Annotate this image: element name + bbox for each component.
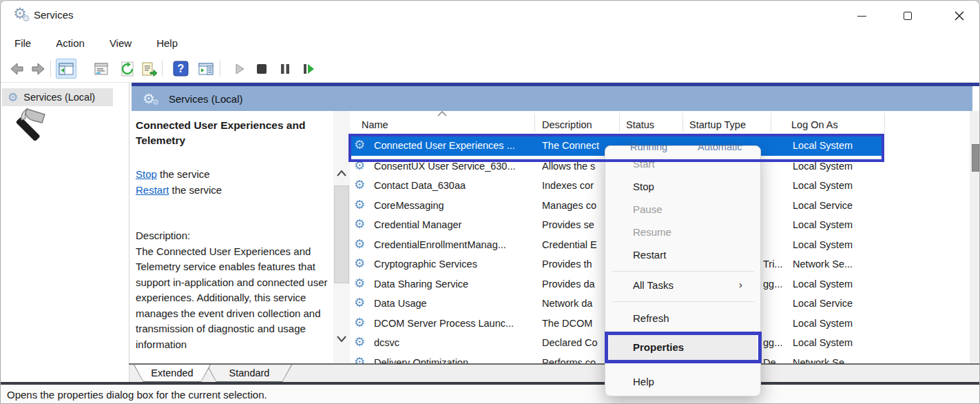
context-menu-item-resume[interactable]: Resume [633,223,671,241]
show-action-pane-button[interactable] [196,59,216,79]
maximize-button[interactable] [892,1,924,31]
service-log-on-as: Local System [793,279,853,290]
description-text: The Connected User Experiences and Telem… [136,244,337,353]
column-divider [771,113,771,132]
maximize-icon [904,12,912,20]
restart-service-button[interactable] [298,59,319,79]
service-log-on-as: Local System [793,337,853,348]
column-divider [534,113,535,132]
column-header-description[interactable]: Description [542,119,592,130]
service-gear-icon: ⚙ [354,296,365,309]
service-name: dcsvc [374,337,399,348]
export-list-button[interactable] [139,59,160,79]
start-service-button[interactable] [229,59,250,79]
context-menu-separator [612,271,754,272]
forward-icon [30,61,47,77]
services-app-icon: ⚙⚙ [13,6,27,21]
service-description: Provides da [542,279,595,290]
show-console-tree-button[interactable] [56,59,76,79]
column-header-log-on-as[interactable]: Log On As [791,119,838,130]
service-gear-icon: ⚙ [354,277,365,290]
pause-service-button[interactable] [275,59,295,79]
tab-extended-label: Extended [134,365,210,381]
properties-icon [94,62,109,76]
service-list-header: Name Description Status Startup Type Log… [351,111,970,134]
column-divider [682,113,683,132]
toolbar-separator [50,61,51,77]
properties-button[interactable] [91,59,112,79]
context-menu-item-all-tasks[interactable]: All Tasks [633,276,674,294]
service-action-links: Stop the service Restart the service [136,166,337,198]
column-header-name[interactable]: Name [362,119,388,130]
column-header-startup-type[interactable]: Startup Type [689,119,746,130]
stop-service-link[interactable]: Stop [136,168,157,180]
service-description: Network da [542,298,592,309]
context-menu-item-stop[interactable]: Stop [633,178,654,196]
refresh-button[interactable] [117,59,138,79]
service-description: Declared Co [542,337,598,348]
stop-service-icon [256,63,267,74]
tab-standard-label: Standard [207,365,291,381]
context-menu-item-pause[interactable]: Pause [633,201,663,219]
service-startup-type-partial: Tri... [763,259,782,270]
results-pane-title: Services (Local) [169,93,243,105]
scroll-up-icon[interactable] [337,170,346,176]
close-button[interactable] [943,1,975,31]
restart-link-suffix: the service [169,184,222,196]
annotation-box-selected-row [348,134,884,162]
service-gear-icon: ⚙ [354,238,365,250]
menu-file[interactable]: File [12,36,34,50]
service-log-on-as: Local System [793,239,853,250]
context-menu-separator [612,301,754,302]
forward-button[interactable] [28,59,49,79]
service-log-on-as: Local System [793,161,853,172]
refresh-icon [120,61,135,77]
extended-detail-pane: Connected User Experiences and Telemetry… [136,112,337,364]
stop-service-line: Stop the service [136,166,337,182]
service-log-on-as: Local System [793,318,853,329]
service-gear-icon: ⚙ [354,199,365,211]
menu-bar: File Action View Help [1,31,980,54]
service-name: CoreMessaging [374,200,444,211]
service-gear-icon: ⚙ [354,316,365,329]
service-description: Allows the s [542,161,595,172]
list-scrollbar-thumb[interactable] [972,144,979,172]
menu-action[interactable]: Action [53,36,87,50]
services-window: ⚙⚙ Services File Action View Help [0,0,980,404]
tab-extended[interactable]: Extended [134,365,211,382]
status-bar: Opens the properties dialog box for the … [1,385,980,404]
context-menu-item-refresh[interactable]: Refresh [633,310,669,327]
service-log-on-as: Local Service [793,200,853,211]
help-button[interactable]: ? [170,59,191,79]
service-name: Cryptographic Services [374,259,477,270]
description-label: Description: [136,228,337,244]
detail-scrollbar-thumb[interactable] [334,185,349,283]
services-header-icon: ⚙⚙ [143,92,163,105]
scroll-down-icon[interactable] [337,336,346,342]
service-gear-icon: ⚙ [354,257,365,270]
pause-service-icon [280,63,291,74]
show-console-tree-icon [59,62,74,76]
context-menu-item-help[interactable]: Help [633,373,654,391]
service-description: Manages co [542,200,596,211]
context-menu-item-restart[interactable]: Restart [633,246,666,264]
service-description: Provides se [542,219,594,230]
service-log-on-as: Local Service [793,298,853,309]
service-gear-icon: ⚙ [354,336,365,348]
service-log-on-as: Local System [793,219,853,230]
back-button[interactable] [6,59,27,79]
restart-service-link[interactable]: Restart [136,184,169,196]
stop-service-button[interactable] [251,59,272,79]
service-startup-type-partial: gg... [763,337,782,348]
menu-help[interactable]: Help [154,36,180,50]
show-action-pane-icon [198,62,213,76]
service-name: ConsentUX User Service_630... [374,161,516,172]
menu-view[interactable]: View [107,36,134,50]
toolbar-separator [162,61,163,77]
service-log-on-as: Local System [793,180,853,191]
minimize-button[interactable] [846,1,877,31]
tree-item-services-local[interactable]: ⚙ Services (Local) [2,88,113,106]
tab-standard[interactable]: Standard [207,365,292,382]
help-icon: ? [173,61,189,77]
column-header-status[interactable]: Status [626,119,654,130]
